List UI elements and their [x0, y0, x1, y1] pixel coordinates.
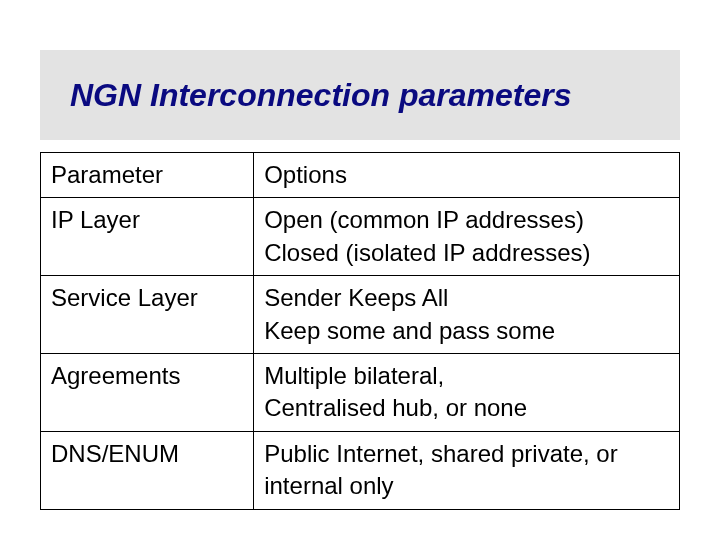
cell-options: Sender Keeps AllKeep some and pass some — [254, 276, 680, 354]
cell-parameter: DNS/ENUM — [41, 431, 254, 509]
table-header-row: Parameter Options — [41, 153, 680, 198]
cell-options: Open (common IP addresses)Closed (isolat… — [254, 198, 680, 276]
header-parameter: Parameter — [41, 153, 254, 198]
cell-options: Public Internet, shared private, or inte… — [254, 431, 680, 509]
table-row: Agreements Multiple bilateral,Centralise… — [41, 353, 680, 431]
slide: NGN Interconnection parameters Parameter… — [0, 0, 720, 540]
cell-parameter: IP Layer — [41, 198, 254, 276]
cell-parameter: Service Layer — [41, 276, 254, 354]
header-options: Options — [254, 153, 680, 198]
title-band: NGN Interconnection parameters — [40, 50, 680, 140]
table-row: Service Layer Sender Keeps AllKeep some … — [41, 276, 680, 354]
parameters-table: Parameter Options IP Layer Open (common … — [40, 152, 680, 510]
cell-options: Multiple bilateral,Centralised hub, or n… — [254, 353, 680, 431]
cell-parameter: Agreements — [41, 353, 254, 431]
table-row: IP Layer Open (common IP addresses)Close… — [41, 198, 680, 276]
page-title: NGN Interconnection parameters — [70, 77, 571, 114]
table-row: DNS/ENUM Public Internet, shared private… — [41, 431, 680, 509]
